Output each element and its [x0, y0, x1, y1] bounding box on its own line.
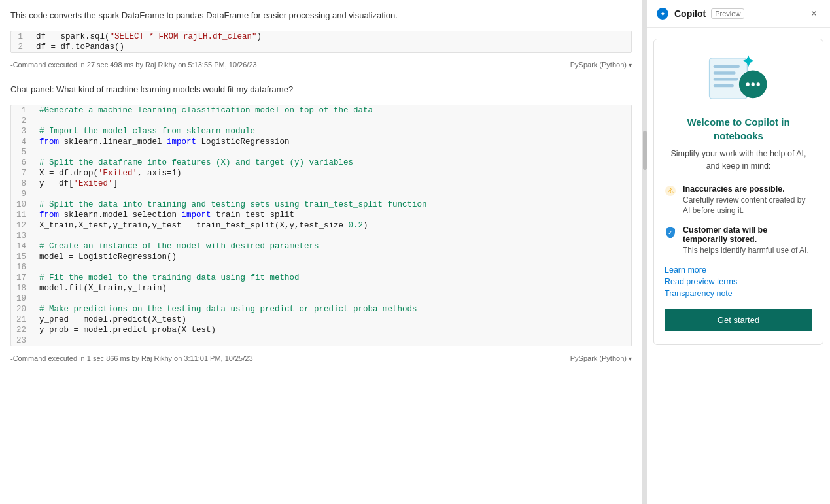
dropdown-arrow-icon: ▾: [629, 61, 632, 69]
table-row: 6 # Split the dataframe into features (X…: [11, 158, 631, 168]
svg-text:✓: ✓: [668, 229, 673, 236]
svg-point-11: [757, 82, 760, 86]
cmd-status-left: -Command executed in 27 sec 498 ms by Ra…: [10, 61, 257, 69]
line-code: # Import the model class from sklearn mo…: [34, 126, 631, 137]
line-code: # Create an instance of the model with d…: [34, 241, 631, 252]
line-number: 2: [11, 116, 34, 126]
copilot-title: Copilot: [674, 8, 706, 19]
line-code: [34, 231, 631, 241]
line-code: # Fit the model to the training data usi…: [34, 273, 631, 283]
line-number: 7: [11, 168, 34, 178]
line-number: 4: [11, 137, 34, 147]
get-started-button[interactable]: Get started: [665, 309, 812, 331]
intro-text: This code converts the spark DataFrame t…: [0, 10, 642, 31]
code-block-1: 1 df = spark.sql("SELECT * FROM rajLH.df…: [10, 31, 632, 53]
line-code: [34, 147, 631, 158]
code-table-2: 1 #Generate a machine learning classific…: [11, 105, 631, 346]
info-item-data: ✓ Customer data will be temporarily stor…: [665, 226, 812, 256]
table-row: 20 # Make predictions on the testing dat…: [11, 304, 631, 314]
line-code: [34, 262, 631, 273]
scrollbar[interactable]: [643, 0, 647, 504]
line-number: 8: [11, 178, 34, 189]
preview-terms-link[interactable]: Read preview terms: [665, 277, 812, 286]
line-number: 19: [11, 294, 34, 304]
line-code: [34, 116, 631, 126]
line-number: 12: [11, 220, 34, 231]
line-code: from sklearn.model_selection import trai…: [34, 210, 631, 220]
table-row: 10 # Split the data into training and te…: [11, 199, 631, 210]
transparency-link[interactable]: Transparency note: [665, 289, 812, 298]
line-number: 11: [11, 210, 34, 220]
table-row: 22 y_prob = model.predict_proba(X_test): [11, 325, 631, 335]
line-number: 2: [11, 42, 31, 52]
table-row: 1 df = spark.sql("SELECT * FROM rajLH.df…: [11, 31, 631, 42]
line-number: 15: [11, 252, 34, 262]
line-number: 14: [11, 241, 34, 252]
welcome-illustration: [706, 52, 771, 105]
line-code: [34, 335, 631, 346]
close-button[interactable]: ×: [807, 7, 821, 21]
line-number: 1: [11, 105, 34, 116]
line-number: 9: [11, 189, 34, 199]
line-code: # Split the dataframe into features (X) …: [34, 158, 631, 168]
svg-text:⚠: ⚠: [667, 186, 674, 195]
table-row: 23: [11, 335, 631, 346]
table-row: 8 y = df['Exited']: [11, 178, 631, 189]
table-row: 21 y_pred = model.predict(X_test): [11, 314, 631, 325]
info-bold-2: Customer data will be temporarily stored…: [683, 226, 812, 244]
line-number: 10: [11, 199, 34, 210]
pyspark-label-2[interactable]: PySpark (Python) ▾: [570, 354, 632, 362]
info-text-data: Customer data will be temporarily stored…: [683, 226, 812, 256]
code-table-1: 1 df = spark.sql("SELECT * FROM rajLH.df…: [11, 31, 631, 52]
table-row: 5: [11, 147, 631, 158]
svg-rect-5: [714, 78, 738, 80]
line-code: X = df.drop('Exited', axis=1): [34, 168, 631, 178]
info-item-inaccuracy: ⚠ Inaccuracies are possible. Carefully r…: [665, 184, 812, 217]
line-code: model.fit(X_train,y_train): [34, 283, 631, 294]
links-section: Learn more Read preview terms Transparen…: [665, 265, 812, 298]
line-number: 20: [11, 304, 34, 314]
cmd-status-1: -Command executed in 27 sec 498 ms by Ra…: [0, 58, 642, 71]
line-code: y_prob = model.predict_proba(X_test): [34, 325, 631, 335]
table-row: 17 # Fit the model to the training data …: [11, 273, 631, 283]
line-number: 23: [11, 335, 34, 346]
line-code: from sklearn.linear_model import Logisti…: [34, 137, 631, 147]
line-number: 17: [11, 273, 34, 283]
line-code: X_train,X_test,y_train,y_test = train_te…: [34, 220, 631, 231]
line-number: 21: [11, 314, 34, 325]
warning-icon: ⚠: [665, 185, 676, 197]
line-code: df = spark.sql("SELECT * FROM rajLH.df_c…: [31, 31, 631, 42]
copilot-header: ✦ Copilot Preview ×: [647, 0, 830, 28]
learn-more-link[interactable]: Learn more: [665, 265, 812, 275]
line-number: 22: [11, 325, 34, 335]
copilot-header-left: ✦ Copilot Preview: [656, 7, 744, 20]
chat-panel-text: Chat panel: What kind of machine learnin…: [0, 71, 642, 105]
table-row: 2 df = df.toPandas(): [11, 42, 631, 52]
table-row: 9: [11, 189, 631, 199]
table-row: 7 X = df.drop('Exited', axis=1): [11, 168, 631, 178]
svg-rect-4: [714, 71, 736, 74]
dropdown-arrow-icon-2: ▾: [629, 355, 632, 362]
svg-point-10: [752, 82, 755, 86]
scroll-thumb[interactable]: [643, 131, 647, 170]
copilot-welcome-card: Welcome to Copilot in notebooks Simplify…: [653, 39, 823, 345]
svg-text:✦: ✦: [660, 10, 666, 18]
line-number: 5: [11, 147, 34, 158]
copilot-panel: ✦ Copilot Preview ×: [647, 0, 830, 504]
welcome-title: Welcome to Copilot in notebooks: [665, 115, 812, 143]
copilot-logo-icon: ✦: [656, 7, 669, 20]
table-row: 14 # Create an instance of the model wit…: [11, 241, 631, 252]
line-number: 1: [11, 31, 31, 42]
main-content: This code converts the spark DataFrame t…: [0, 0, 643, 504]
line-number: 3: [11, 126, 34, 137]
table-row: 19: [11, 294, 631, 304]
cmd-status-left-2: -Command executed in 1 sec 866 ms by Raj…: [10, 354, 253, 362]
table-row: 12 X_train,X_test,y_train,y_test = train…: [11, 220, 631, 231]
line-code: y = df['Exited']: [34, 178, 631, 189]
table-row: 1 #Generate a machine learning classific…: [11, 105, 631, 116]
table-row: 4 from sklearn.linear_model import Logis…: [11, 137, 631, 147]
line-code: #Generate a machine learning classificat…: [34, 105, 631, 116]
shield-icon: ✓: [665, 226, 676, 238]
pyspark-label[interactable]: PySpark (Python) ▾: [570, 61, 632, 69]
line-number: 18: [11, 283, 34, 294]
